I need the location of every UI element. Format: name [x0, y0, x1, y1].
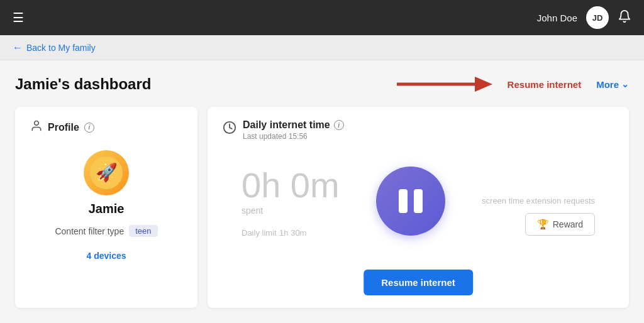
- more-label: More: [596, 79, 619, 90]
- user-name-label: John Doe: [537, 13, 577, 23]
- menu-icon[interactable]: ☰: [13, 10, 24, 25]
- back-nav-label: Back to My family: [26, 43, 96, 53]
- resume-internet-header-link[interactable]: Resume internet: [508, 79, 582, 90]
- profile-avatar: 🚀: [84, 150, 129, 195]
- reward-button[interactable]: 🏆 Reward: [525, 213, 595, 236]
- more-button[interactable]: More ⌄: [596, 79, 629, 90]
- resume-internet-button[interactable]: Resume internet: [364, 270, 473, 295]
- content-filter-label: Content filter type: [55, 226, 124, 236]
- back-to-family-link[interactable]: ← Back to My family: [13, 42, 96, 53]
- profile-info-icon[interactable]: i: [84, 123, 94, 133]
- time-display-area: 0h 0m spent Daily limit 1h 30m: [223, 146, 614, 271]
- resume-internet-btn-container: Resume internet: [364, 270, 473, 295]
- pause-bar-left: [399, 189, 408, 213]
- header-actions: Resume internet More ⌄: [392, 73, 629, 96]
- daily-limit-value: 1h 30m: [279, 228, 306, 238]
- screen-time-extension-text: screen time extension requests: [482, 196, 595, 205]
- svg-point-2: [35, 121, 39, 126]
- app-header: ☰ John Doe JD: [0, 0, 644, 35]
- internet-info-icon[interactable]: i: [334, 120, 344, 130]
- back-arrow-icon: ←: [13, 42, 23, 53]
- header-left: ☰: [13, 10, 24, 25]
- content-filter-row: Content filter type teen: [55, 225, 157, 237]
- profile-name: Jamie: [89, 202, 125, 216]
- devices-link[interactable]: 4 devices: [86, 251, 126, 261]
- reward-button-label: Reward: [553, 219, 583, 229]
- internet-time-card: Daily internet time i Last updated 15:56…: [208, 107, 629, 308]
- internet-card-right: screen time extension requests 🏆 Reward: [482, 196, 595, 236]
- profile-card: Profile i 🚀 Jamie Content filter type te…: [15, 107, 197, 308]
- page-title: Jamie's dashboard: [15, 75, 151, 93]
- back-nav: ← Back to My family: [0, 35, 644, 60]
- pause-bars-icon: [399, 189, 423, 213]
- last-updated-label: Last updated 15:56: [243, 132, 344, 141]
- bell-icon[interactable]: [618, 9, 631, 26]
- svg-text:🚀: 🚀: [96, 162, 118, 183]
- daily-limit-label: Daily limit: [242, 228, 277, 238]
- svg-marker-1: [475, 77, 492, 92]
- profile-avatar-area: 🚀 Jamie Content filter type teen 4 devic…: [30, 150, 182, 261]
- time-spent-display: 0h 0m: [242, 165, 340, 205]
- pause-button[interactable]: [376, 167, 445, 236]
- trophy-icon: 🏆: [537, 219, 549, 230]
- red-arrow-icon: [392, 73, 492, 96]
- chevron-down-icon: ⌄: [621, 79, 629, 89]
- spent-label: spent: [242, 205, 340, 216]
- clock-icon: [223, 121, 236, 138]
- internet-card-title: Daily internet time i: [243, 119, 344, 131]
- internet-card-title-text: Daily internet time: [243, 119, 330, 131]
- internet-card-header: Daily internet time i Last updated 15:56: [223, 119, 614, 141]
- person-icon: [30, 119, 43, 135]
- profile-card-title: Profile: [48, 122, 79, 133]
- header-right: John Doe JD: [537, 6, 631, 29]
- avatar[interactable]: JD: [586, 6, 609, 29]
- pause-bar-right: [414, 189, 423, 213]
- profile-card-header: Profile i: [30, 119, 182, 135]
- page-content: Jamie's dashboard Resume internet More ⌄: [0, 60, 644, 323]
- cards-row: Profile i 🚀 Jamie Content filter type te…: [15, 107, 629, 308]
- red-arrow-annotation: [392, 73, 492, 96]
- dashboard-header: Jamie's dashboard Resume internet More ⌄: [15, 73, 629, 96]
- internet-card-title-block: Daily internet time i Last updated 15:56: [243, 119, 344, 141]
- content-filter-badge: teen: [129, 225, 157, 237]
